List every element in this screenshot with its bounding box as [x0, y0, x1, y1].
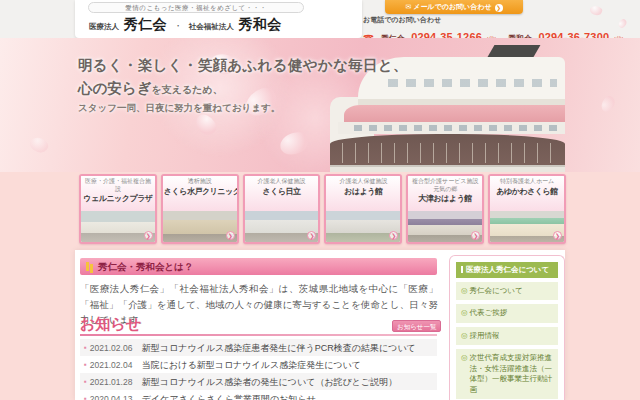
hero-line-1: 明るく・楽しく・笑顔あふれる健やかな毎日と、: [78, 56, 408, 75]
news-item[interactable]: ▪ 2021.02.06 新型コロナウイルス感染症患者発生に伴うPCR検査の結果…: [80, 339, 437, 356]
hero-copy: 明るく・楽しく・笑顔あふれる健やかな毎日と、 心の安らぎを支えるため、 スタッフ…: [78, 56, 408, 115]
top-bar: 愛情のこもった医療・福祉をめざして・・・ 医療法人 秀仁会 ・ 社会福祉法人 秀…: [0, 0, 640, 38]
arrow-circle-icon: ❯: [226, 231, 235, 240]
org2-name: 秀和会: [238, 16, 282, 32]
arrow-circle-icon: ❯: [495, 4, 503, 12]
facility-category: 介護老人保健施設: [327, 178, 399, 186]
mail-button-label: メールでのお問い合わせ: [413, 3, 491, 10]
logo-text: 医療法人 秀仁会 ・ 社会福祉法人 秀和会: [89, 15, 359, 34]
building-mid-floor: [338, 122, 565, 134]
bullet-icon: ▪: [84, 342, 87, 354]
envelope-icon: ✉: [405, 3, 411, 10]
hero-line-2-strong: 心の安らぎ: [78, 80, 152, 96]
circle-arrow-icon: ◎: [461, 308, 468, 319]
mail-contact-button[interactable]: ✉メールでのお問い合わせ❯: [385, 0, 523, 14]
about-heading-text: 秀仁会・秀和会とは？: [98, 261, 193, 272]
facility-card-sakura-hitachi[interactable]: 介護老人保健施設さくら日立 ❯: [243, 174, 321, 244]
facility-photo: ❯: [408, 211, 482, 242]
bullet-icon: ▪: [84, 359, 87, 371]
site-tagline: 愛情のこもった医療・福祉をめざして・・・: [88, 2, 304, 13]
sidebar-heading[interactable]: 医療法人秀仁会について: [456, 262, 558, 278]
news-item[interactable]: ▪ 2021.01.28 新型コロナウイルス感染者の発生について（お詫びとご説明…: [80, 373, 437, 390]
facility-card-row: 医療・介護・福祉複合施設ウェルニックプラザ ❯ 透析施設さくら水戸クリニック ❯…: [79, 174, 566, 244]
news-item[interactable]: ▪ 2021.02.04 当院における新型コロナウイルス感染症発生について: [80, 356, 437, 373]
arrow-circle-icon: ❯: [553, 231, 562, 240]
news-date: 2021.01.28: [90, 376, 142, 388]
hero-line-2-rest: を支えるため、: [152, 84, 223, 95]
sidebar-item-action-plan[interactable]: ◎次世代育成支援対策推進法・女性活躍推進法（一体型）一般事業主行動計画: [456, 349, 558, 399]
org1-type: 医療法人: [89, 22, 119, 31]
sidebar-about-corporation: 医療法人秀仁会について ◎秀仁会について ◎代表ご挨拶 ◎採用情報 ◎次世代育成…: [449, 255, 565, 400]
building-roof: [488, 45, 541, 57]
news-date: 2021.02.04: [90, 359, 142, 371]
news-list-button[interactable]: お知らせ一覧: [392, 320, 441, 332]
facility-name: さくら水戸クリニック: [164, 186, 236, 197]
heading-bar-icon: [461, 266, 463, 273]
hero-line-3: スタッフ一同、日夜に努力を重ねております。: [78, 102, 408, 115]
sidebar-item-greeting[interactable]: ◎代表ご挨拶: [456, 304, 558, 323]
facility-photo: ❯: [326, 211, 400, 242]
facility-category: 複合型介護サービス施設 元気の郷: [409, 178, 481, 193]
facility-photo: ❯: [163, 211, 237, 242]
sidebar-item-recruit[interactable]: ◎採用情報: [456, 327, 558, 346]
hero-banner: 明るく・楽しく・笑顔あふれる健やかな毎日と、 心の安らぎを支えるため、 スタッフ…: [0, 38, 640, 172]
sidebar-item-about[interactable]: ◎秀仁会について: [456, 282, 558, 301]
facility-card-wellnic-plaza[interactable]: 医療・介護・福祉複合施設ウェルニックプラザ ❯: [79, 174, 157, 244]
facility-photo: ❯: [81, 211, 155, 242]
facility-card-otsu-ohayoukan[interactable]: 複合型介護サービス施設 元気の郷大津おはよう館 ❯: [406, 174, 484, 244]
facility-name: 大津おはよう館: [409, 193, 481, 204]
news-item[interactable]: ▪ 2020.04.13 デイケアさくらさくら営業再開のお知らせ: [80, 390, 437, 400]
facility-name: さくら日立: [246, 186, 318, 197]
facility-photo: ❯: [490, 211, 564, 242]
page: 愛情のこもった医療・福祉をめざして・・・ 医療法人 秀仁会 ・ 社会福祉法人 秀…: [0, 0, 640, 400]
news-title: デイケアさくらさくら営業再開のお知らせ: [142, 393, 316, 400]
org1-name: 秀仁会: [123, 16, 167, 32]
circle-arrow-icon: ◎: [461, 286, 468, 297]
facility-name: ウェルニックプラザ: [82, 193, 154, 204]
building-ground-floor: [330, 165, 565, 172]
arrow-circle-icon: ❯: [144, 231, 153, 240]
facility-name: おはよう館: [327, 186, 399, 197]
facility-card-ayukawa-sakurakan[interactable]: 特別養護老人ホームあゆかわさくら館 ❯: [488, 174, 566, 244]
bullet-icon: ▪: [84, 376, 87, 388]
news-heading-rule: [80, 334, 437, 336]
org2-type: 社会福祉法人: [189, 22, 234, 31]
arrow-circle-icon: ❯: [307, 231, 316, 240]
facility-category: 医療・介護・福祉複合施設: [82, 178, 154, 193]
news-date: 2020.04.13: [90, 393, 142, 400]
bullet-icon: ▪: [84, 393, 87, 400]
arrow-circle-icon: ❯: [471, 231, 480, 240]
facility-category: 特別養護老人ホーム: [491, 178, 563, 186]
heading-bars-icon: [86, 262, 89, 271]
news-title: 新型コロナウイルス感染者の発生について（お詫びとご説明）: [142, 376, 397, 388]
logo-separator: ・: [173, 21, 182, 31]
circle-arrow-icon: ◎: [461, 353, 468, 395]
facility-card-ohayoukan[interactable]: 介護老人保健施設おはよう館 ❯: [324, 174, 402, 244]
facility-category: 介護老人保健施設: [246, 178, 318, 186]
news-list: ▪ 2021.02.06 新型コロナウイルス感染症患者発生に伴うPCR検査の結果…: [80, 339, 437, 400]
facility-photo: ❯: [245, 211, 319, 242]
about-section-heading: 秀仁会・秀和会とは？: [80, 258, 437, 275]
news-date: 2021.02.06: [90, 342, 142, 354]
news-title: 新型コロナウイルス感染症患者発生に伴うPCR検査の結果について: [142, 342, 416, 354]
circle-arrow-icon: ◎: [461, 331, 468, 342]
sidebar-item-label: 代表ご挨拶: [470, 308, 508, 319]
facility-name: あゆかわさくら館: [491, 186, 563, 197]
facility-card-sakura-mito-clinic[interactable]: 透析施設さくら水戸クリニック ❯: [161, 174, 239, 244]
phone-label: お電話でのお問い合わせ: [363, 15, 633, 25]
petal-decoration: [598, 94, 617, 114]
facility-category: 透析施設: [164, 178, 236, 186]
hero-line-2: 心の安らぎを支えるため、: [78, 79, 408, 98]
news-section-heading: お知らせ: [80, 315, 141, 334]
sidebar-item-label: 秀仁会について: [470, 286, 523, 297]
sidebar-heading-text: 医療法人秀仁会について: [466, 265, 549, 274]
petal-decoration: [28, 134, 51, 156]
news-title: 当院における新型コロナウイルス感染症発生について: [142, 359, 361, 371]
sidebar-item-label: 次世代育成支援対策推進法・女性活躍推進法（一体型）一般事業主行動計画: [470, 353, 554, 395]
site-logo[interactable]: 愛情のこもった医療・福祉をめざして・・・ 医療法人 秀仁会 ・ 社会福祉法人 秀…: [75, 0, 362, 38]
arrow-circle-icon: ❯: [389, 231, 398, 240]
sidebar-item-label: 採用情報: [470, 331, 500, 342]
